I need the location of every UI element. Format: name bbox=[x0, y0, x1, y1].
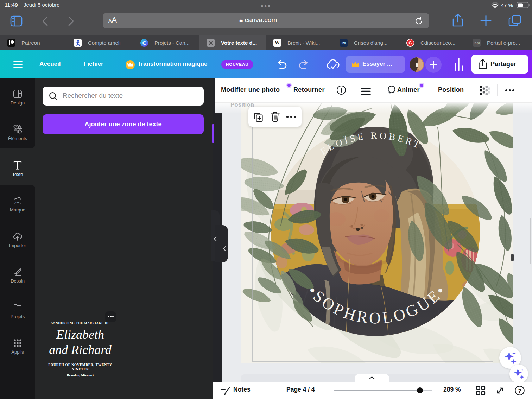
svg-text:47 %: 47 % bbox=[501, 2, 513, 8]
svg-text:co.: co. bbox=[15, 201, 20, 204]
svg-text:?: ? bbox=[518, 388, 521, 394]
